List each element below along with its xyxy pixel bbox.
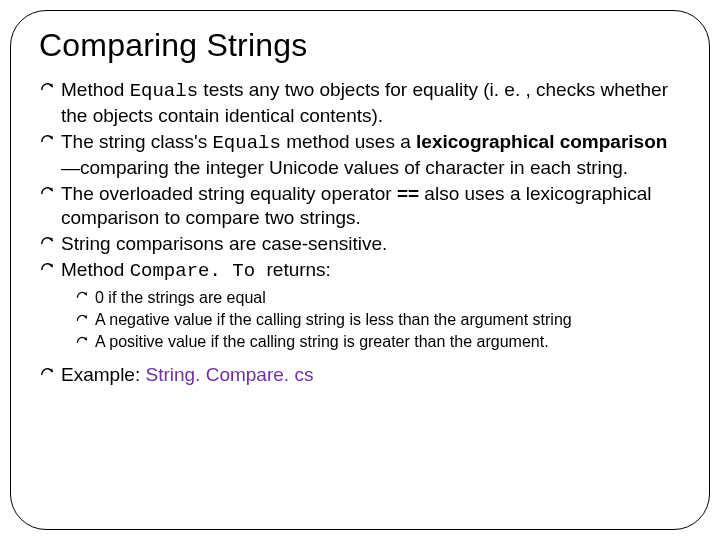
bullet-6-pre: Example: (61, 364, 145, 385)
bullet-2-mid: method uses a (281, 131, 416, 152)
sub-bullet-list: 0 if the strings are equal A negative va… (61, 288, 681, 353)
bullet-3: The overloaded string equality operator … (39, 182, 681, 230)
bullet-3-bold: == (397, 183, 419, 204)
bullet-2: The string class's Equals method uses a … (39, 130, 681, 180)
bullet-4-text: String comparisons are case-sensitive. (61, 233, 387, 254)
bullet-5-post: returns: (266, 259, 330, 280)
bullet-5-code: Compare. To (130, 260, 267, 282)
sub-bullet-3: A positive value if the calling string i… (75, 332, 681, 352)
bullet-3-pre: The overloaded string equality operator (61, 183, 397, 204)
sub-bullet-2-text: A negative value if the calling string i… (95, 311, 572, 328)
bullet-6: Example: String. Compare. cs (39, 363, 681, 387)
sub-bullet-2: A negative value if the calling string i… (75, 310, 681, 330)
slide-frame: Comparing Strings Method Equals tests an… (10, 10, 710, 530)
bullet-5-pre: Method (61, 259, 130, 280)
bullet-2-code: Equals (212, 132, 280, 154)
bullet-1-code: Equals (130, 80, 198, 102)
bullet-5: Method Compare. To returns: 0 if the str… (39, 258, 681, 353)
bullet-2-post: —comparing the integer Unicode values of… (61, 157, 628, 178)
bullet-2-pre: The string class's (61, 131, 212, 152)
sub-bullet-1-text: 0 if the strings are equal (95, 289, 266, 306)
slide-title: Comparing Strings (39, 27, 683, 64)
bullet-4: String comparisons are case-sensitive. (39, 232, 681, 256)
bullet-1-pre: Method (61, 79, 130, 100)
sub-bullet-3-text: A positive value if the calling string i… (95, 333, 549, 350)
bullet-list: Method Equals tests any two objects for … (37, 78, 683, 387)
bullet-6-link: String. Compare. cs (145, 364, 313, 385)
bullet-1: Method Equals tests any two objects for … (39, 78, 681, 128)
bullet-2-bold: lexicographical comparison (416, 131, 667, 152)
sub-bullet-1: 0 if the strings are equal (75, 288, 681, 308)
